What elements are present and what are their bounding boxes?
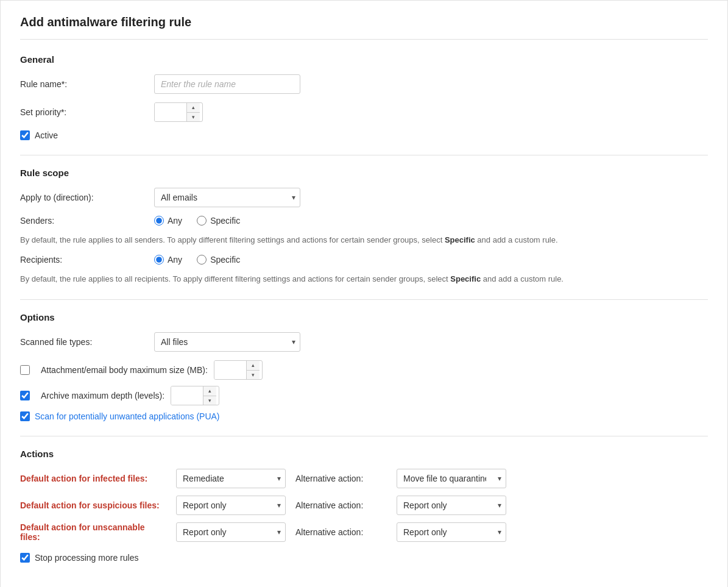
unscannable-row: Default action for unscannable files: Re… xyxy=(20,522,708,542)
attachment-down-button[interactable]: ▾ xyxy=(247,371,260,380)
general-section-title: General xyxy=(20,54,708,65)
pua-row: Scan for potentially unwanted applicatio… xyxy=(20,411,708,421)
apply-to-row: Apply to (direction): All emails Inbound… xyxy=(20,188,708,207)
archive-row: Archive maximum depth (levels): 4 ▴ ▾ xyxy=(20,386,708,405)
infected-label: Default action for infected files: xyxy=(20,474,166,483)
divider-2 xyxy=(20,299,708,300)
senders-any-radio[interactable] xyxy=(154,216,164,226)
active-row: Active xyxy=(20,130,708,140)
senders-hint: By default, the rule applies to all send… xyxy=(20,234,708,246)
general-section: General Rule name*: Set priority*: 1 ▴ ▾… xyxy=(20,54,708,140)
infected-select[interactable]: Remediate Report only Delete xyxy=(176,469,286,488)
infected-select-wrap: Remediate Report only Delete ▾ xyxy=(176,469,286,488)
priority-input[interactable]: 1 xyxy=(155,103,186,121)
recipients-any-label: Any xyxy=(168,255,182,265)
senders-any-option[interactable]: Any xyxy=(154,216,182,226)
recipients-radio-group: Any Specific xyxy=(154,255,240,265)
suspicious-select[interactable]: Report only Remediate Delete xyxy=(176,496,286,515)
attachment-checkbox[interactable] xyxy=(20,365,30,375)
rule-name-label: Rule name*: xyxy=(20,79,154,89)
attachment-spinner: 3 ▴ ▾ xyxy=(214,360,263,380)
senders-any-label: Any xyxy=(168,216,182,226)
actions-section-title: Actions xyxy=(20,449,708,459)
apply-to-label: Apply to (direction): xyxy=(20,193,154,202)
archive-spinner: 4 ▴ ▾ xyxy=(171,386,219,405)
active-checkbox[interactable] xyxy=(20,130,30,140)
priority-spinner-buttons: ▴ ▾ xyxy=(186,103,200,121)
recipients-hint: By default, the rule applies to all reci… xyxy=(20,273,708,285)
archive-spinner-buttons: ▴ ▾ xyxy=(203,386,216,405)
recipients-any-option[interactable]: Any xyxy=(154,255,182,265)
rule-scope-section: Rule scope Apply to (direction): All ema… xyxy=(20,168,708,285)
rule-name-input[interactable] xyxy=(154,74,300,94)
priority-up-button[interactable]: ▴ xyxy=(187,103,200,113)
stop-processing-label[interactable]: Stop processing more rules xyxy=(35,553,138,563)
suspicious-alt-select-wrap: Report only Remediate Delete ▾ xyxy=(397,496,506,515)
unscannable-label: Default action for unscannable files: xyxy=(20,522,166,542)
unscannable-alt-select[interactable]: Report only Remediate Delete xyxy=(397,522,506,542)
divider-1 xyxy=(20,155,708,155)
priority-label: Set priority*: xyxy=(20,107,154,117)
senders-radio-group: Any Specific xyxy=(154,216,240,226)
suspicious-alt-label: Alternative action: xyxy=(295,500,387,510)
scanned-file-types-select-wrap: All files Specific file types ▾ xyxy=(154,332,300,352)
unscannable-alt-select-wrap: Report only Remediate Delete ▾ xyxy=(397,522,506,542)
infected-row: Default action for infected files: Remed… xyxy=(20,469,708,488)
recipients-row: Recipients: Any Specific xyxy=(20,255,708,265)
scanned-file-types-label: Scanned file types: xyxy=(20,337,154,347)
attachment-input[interactable]: 3 xyxy=(214,361,246,379)
scanned-file-types-row: Scanned file types: All files Specific f… xyxy=(20,332,708,352)
recipients-specific-radio[interactable] xyxy=(197,255,207,265)
infected-alt-label: Alternative action: xyxy=(295,474,387,483)
stop-processing-checkbox[interactable] xyxy=(20,553,30,563)
senders-label: Senders: xyxy=(20,216,154,226)
active-label[interactable]: Active xyxy=(35,130,58,140)
archive-label[interactable]: Archive maximum depth (levels): xyxy=(41,391,164,400)
senders-row: Senders: Any Specific xyxy=(20,216,708,226)
priority-spinner: 1 ▴ ▾ xyxy=(154,102,203,122)
attachment-checkbox-wrap: Attachment/email body maximum size (MB):… xyxy=(20,360,263,380)
actions-section: Actions Default action for infected file… xyxy=(20,449,708,569)
pua-label[interactable]: Scan for potentially unwanted applicatio… xyxy=(35,411,220,421)
infected-alt-select-wrap: Move file to quarantine Report only Dele… xyxy=(397,469,506,488)
apply-to-select[interactable]: All emails Inbound Outbound Internal xyxy=(154,188,300,207)
suspicious-label: Default action for suspicious files: xyxy=(20,500,166,510)
options-section: Options Scanned file types: All files Sp… xyxy=(20,312,708,421)
rule-name-row: Rule name*: xyxy=(20,74,708,94)
senders-hint-bold: Specific xyxy=(445,235,475,244)
divider-3 xyxy=(20,436,708,436)
infected-alt-select[interactable]: Move file to quarantine Report only Dele… xyxy=(397,469,506,488)
attachment-label[interactable]: Attachment/email body maximum size (MB): xyxy=(41,365,208,375)
attachment-up-button[interactable]: ▴ xyxy=(247,361,260,371)
recipients-label: Recipients: xyxy=(20,255,154,265)
senders-specific-radio[interactable] xyxy=(197,216,207,226)
unscannable-select-wrap: Report only Remediate Delete ▾ xyxy=(176,522,286,542)
archive-checkbox-wrap: Archive maximum depth (levels): 4 ▴ ▾ xyxy=(20,386,219,405)
priority-down-button[interactable]: ▾ xyxy=(187,113,200,122)
options-section-title: Options xyxy=(20,312,708,322)
page-container: Add antimalware filtering rule General R… xyxy=(0,0,728,587)
attachment-row: Attachment/email body maximum size (MB):… xyxy=(20,360,708,380)
archive-input[interactable]: 4 xyxy=(171,386,203,405)
recipients-specific-option[interactable]: Specific xyxy=(197,255,240,265)
attachment-spinner-buttons: ▴ ▾ xyxy=(246,361,260,379)
pua-checkbox[interactable] xyxy=(20,411,30,421)
actions-grid: Default action for infected files: Remed… xyxy=(20,469,708,569)
recipients-hint-bold: Specific xyxy=(450,274,481,283)
apply-to-select-wrap: All emails Inbound Outbound Internal ▾ xyxy=(154,188,300,207)
suspicious-alt-select[interactable]: Report only Remediate Delete xyxy=(397,496,506,515)
unscannable-alt-label: Alternative action: xyxy=(295,527,387,537)
recipients-specific-label: Specific xyxy=(210,255,240,265)
suspicious-select-wrap: Report only Remediate Delete ▾ xyxy=(176,496,286,515)
recipients-any-radio[interactable] xyxy=(154,255,164,265)
page-title: Add antimalware filtering rule xyxy=(20,15,708,40)
archive-up-button[interactable]: ▴ xyxy=(203,386,216,396)
scanned-file-types-select[interactable]: All files Specific file types xyxy=(154,332,300,352)
suspicious-row: Default action for suspicious files: Rep… xyxy=(20,496,708,515)
unscannable-select[interactable]: Report only Remediate Delete xyxy=(176,522,286,542)
archive-checkbox[interactable] xyxy=(20,391,30,400)
senders-specific-label: Specific xyxy=(210,216,240,226)
archive-down-button[interactable]: ▾ xyxy=(203,396,216,405)
senders-specific-option[interactable]: Specific xyxy=(197,216,240,226)
rule-scope-title: Rule scope xyxy=(20,168,708,178)
